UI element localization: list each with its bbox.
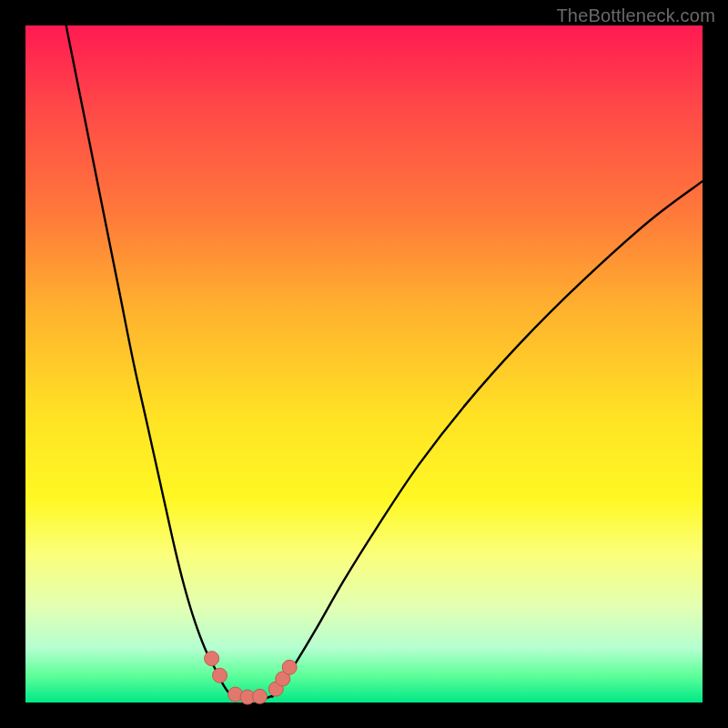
watermark-text: TheBottleneck.com <box>556 5 715 26</box>
data-marker <box>282 660 297 674</box>
data-marker <box>205 652 219 666</box>
chart-frame: TheBottleneck.com <box>0 0 728 728</box>
curve-layer <box>25 25 703 703</box>
data-marker <box>213 668 228 682</box>
data-marker <box>252 689 267 703</box>
bottleneck-curve <box>66 25 703 700</box>
marker-layer <box>205 652 298 704</box>
plot-area <box>25 25 703 703</box>
